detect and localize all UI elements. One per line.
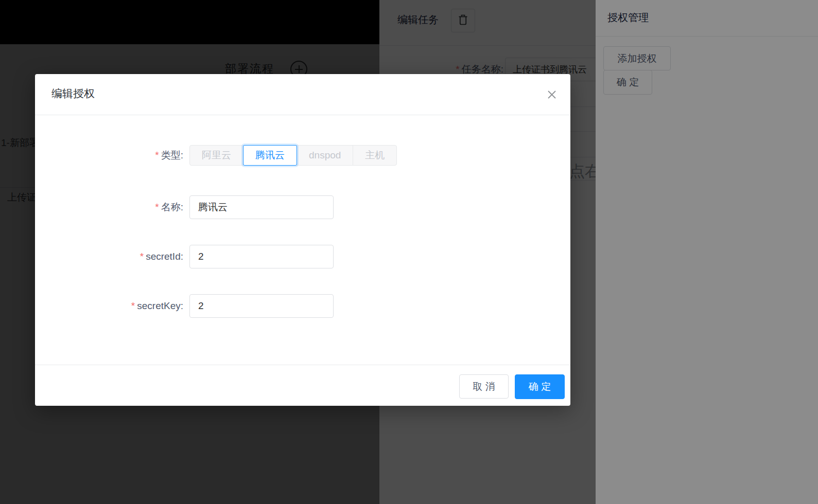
close-icon[interactable] xyxy=(546,88,558,101)
type-option-阿里云[interactable]: 阿里云 xyxy=(189,145,243,166)
type-label: *类型: xyxy=(107,145,183,166)
name-label: *名称: xyxy=(107,195,183,219)
type-option-dnspod[interactable]: dnspod xyxy=(297,145,353,166)
cancel-button[interactable]: 取 消 xyxy=(459,374,509,399)
confirm-button[interactable]: 确 定 xyxy=(515,374,565,399)
name-input[interactable] xyxy=(189,195,334,219)
type-button-group: 阿里云腾讯云dnspod主机 xyxy=(189,145,397,166)
required-marker: * xyxy=(140,251,144,262)
divider xyxy=(35,115,570,115)
required-marker: * xyxy=(131,300,135,311)
type-option-腾讯云[interactable]: 腾讯云 xyxy=(243,145,297,166)
secretkey-label: *secretKey: xyxy=(107,294,183,318)
required-marker: * xyxy=(155,202,159,212)
secretid-label: *secretId: xyxy=(107,245,183,268)
secretid-input[interactable] xyxy=(189,245,334,268)
screen: 部署流程 1-新部署 上传证书 编辑任务 *任务名称: 点右 xyxy=(0,0,818,504)
divider xyxy=(35,365,570,365)
modal-title: 编辑授权 xyxy=(51,86,95,101)
type-option-主机[interactable]: 主机 xyxy=(353,145,397,166)
required-marker: * xyxy=(155,150,159,160)
edit-auth-modal: 编辑授权 *类型: 阿里云腾讯云dnspod主机 *名称: *secretId:… xyxy=(35,74,570,406)
secretkey-input[interactable] xyxy=(189,294,334,318)
